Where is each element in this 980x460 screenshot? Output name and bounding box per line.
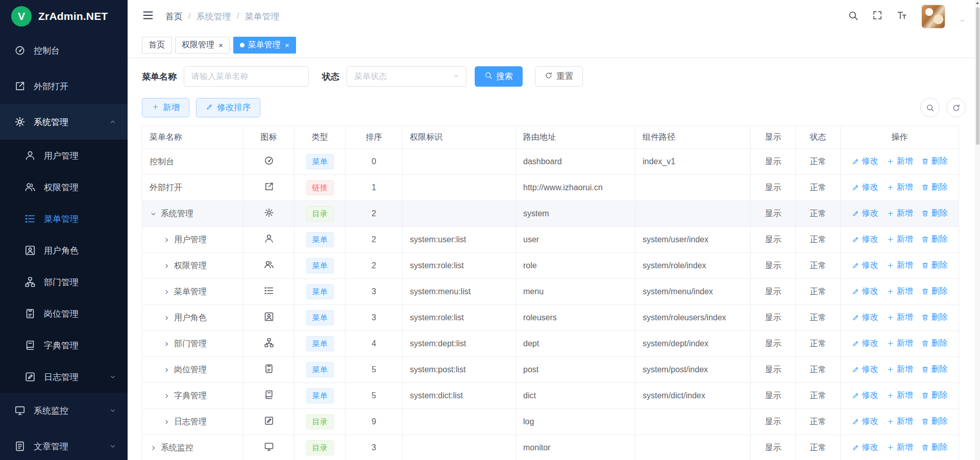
add-link[interactable]: 新增 [887, 442, 913, 453]
delete-link[interactable]: 删除 [921, 416, 948, 427]
edit-sort-button[interactable]: 修改排序 [196, 98, 260, 117]
icon-cell [243, 149, 295, 175]
delete-link[interactable]: 删除 [921, 208, 948, 219]
menu-name-cell[interactable]: 字典管理 [150, 391, 236, 401]
refresh-table-button[interactable] [946, 98, 966, 117]
sidebar-item-log[interactable]: 日志管理 [0, 361, 128, 393]
type-tag: 菜单 [306, 362, 334, 377]
add-link[interactable]: 新增 [887, 286, 913, 297]
sidebar-item-dashboard[interactable]: 控制台 [0, 33, 128, 68]
menu-name-cell[interactable]: 用户角色 [150, 313, 236, 323]
table-row: 菜单管理菜单3system:menu:listmenusystem/menu/i… [142, 279, 959, 305]
breadcrumb-item-0[interactable]: 首页 [165, 11, 183, 22]
menu-name-cell[interactable]: 部门管理 [150, 339, 236, 349]
external-link-icon [264, 182, 274, 192]
add-link[interactable]: 新增 [887, 338, 913, 349]
edit-link[interactable]: 修改 [852, 442, 878, 453]
sidebar-item-label: 字典管理 [44, 340, 79, 351]
route-cell: roleusers [516, 305, 635, 331]
menu-name-cell[interactable]: 权限管理 [150, 261, 236, 271]
sidebar-item-external[interactable]: 外部打开 [0, 68, 128, 104]
sidebar-item-label: 外部打开 [34, 81, 68, 92]
edit-link[interactable]: 修改 [852, 364, 878, 375]
scrollbar-thumb[interactable] [976, 7, 979, 145]
delete-link[interactable]: 删除 [921, 182, 948, 193]
menu-name-input[interactable] [184, 66, 309, 87]
delete-link[interactable]: 删除 [921, 364, 948, 375]
add-link[interactable]: 新增 [887, 390, 913, 401]
add-link[interactable]: 新增 [887, 156, 913, 167]
sidebar-item-article[interactable]: 文章管理 [0, 428, 128, 460]
menu-name-cell[interactable]: 系统监控 [150, 443, 236, 453]
user-menu-caret-icon[interactable] [959, 17, 966, 26]
sidebar-item-monitor[interactable]: 系统监控 [0, 393, 128, 428]
avatar[interactable] [921, 5, 945, 29]
add-link[interactable]: 新增 [887, 234, 913, 245]
logo[interactable]: V ZrAdmin.NET [0, 0, 128, 33]
sidebar-item-dept[interactable]: 部门管理 [0, 266, 128, 298]
topbar-actions [848, 5, 966, 29]
edit-link[interactable]: 修改 [852, 234, 878, 245]
scroll-up-arrow-icon[interactable] [976, 2, 979, 4]
edit-link[interactable]: 修改 [852, 338, 878, 349]
edit-link[interactable]: 修改 [852, 260, 878, 271]
add-link[interactable]: 新增 [887, 182, 913, 193]
edit-link[interactable]: 修改 [852, 208, 878, 219]
delete-link[interactable]: 删除 [921, 260, 948, 271]
user-role-icon [24, 245, 36, 256]
sidebar-item-system[interactable]: 系统管理 [0, 104, 128, 140]
tab-0[interactable]: 首页 [142, 37, 172, 54]
collapse-sidebar-button[interactable] [142, 9, 154, 23]
sidebar-item-user[interactable]: 用户管理 [0, 140, 128, 171]
toggle-search-button[interactable] [920, 98, 940, 117]
menu-table: 菜单名称图标类型排序权限标识路由地址组件路径显示状态操作 控制台菜单0dashb… [142, 125, 959, 460]
page-scrollbar[interactable] [975, 0, 980, 460]
sidebar-item-menu[interactable]: 菜单管理 [0, 203, 128, 235]
delete-link[interactable]: 删除 [921, 312, 948, 323]
delete-link[interactable]: 删除 [921, 156, 948, 167]
breadcrumb-item-2: 菜单管理 [244, 11, 279, 22]
delete-link[interactable]: 删除 [921, 234, 948, 245]
edit-link[interactable]: 修改 [852, 416, 878, 427]
menu-name-cell[interactable]: 日志管理 [150, 417, 236, 427]
edit-link[interactable]: 修改 [852, 390, 878, 401]
perm-cell: system:dict:list [403, 383, 516, 409]
add-link[interactable]: 新增 [887, 364, 913, 375]
search-button[interactable]: 搜索 [475, 66, 523, 87]
delete-link[interactable]: 删除 [921, 442, 948, 453]
menu-name-cell[interactable]: 用户管理 [150, 235, 236, 245]
edit-link[interactable]: 修改 [852, 182, 878, 193]
add-button[interactable]: 新增 [142, 98, 189, 117]
search-icon [484, 71, 493, 80]
search-icon [848, 10, 859, 21]
status-select[interactable]: 菜单状态 [347, 66, 467, 87]
tab-1[interactable]: 权限管理× [175, 37, 230, 54]
edit-icon [852, 262, 860, 269]
type-tag: 菜单 [306, 388, 334, 403]
tab-close-icon[interactable]: × [218, 41, 223, 49]
reset-button[interactable]: 重置 [535, 66, 583, 87]
sidebar-item-roleusers[interactable]: 用户角色 [0, 235, 128, 266]
chevron-right-icon [163, 340, 170, 348]
delete-link[interactable]: 删除 [921, 338, 948, 349]
menu-name-cell[interactable]: 系统管理 [150, 209, 236, 219]
edit-link[interactable]: 修改 [852, 312, 878, 323]
menu-name-cell[interactable]: 岗位管理 [150, 365, 236, 375]
add-link[interactable]: 新增 [887, 312, 913, 323]
sidebar-item-post[interactable]: 岗位管理 [0, 298, 128, 329]
edit-link[interactable]: 修改 [852, 156, 878, 167]
refresh-icon [545, 71, 553, 80]
add-link[interactable]: 新增 [887, 260, 913, 271]
delete-link[interactable]: 删除 [921, 390, 948, 401]
delete-link[interactable]: 删除 [921, 286, 948, 297]
tab-2[interactable]: 菜单管理× [233, 37, 296, 54]
tab-close-icon[interactable]: × [285, 41, 289, 49]
edit-link[interactable]: 修改 [852, 286, 878, 297]
add-link[interactable]: 新增 [887, 208, 913, 219]
sidebar-item-role[interactable]: 权限管理 [0, 171, 128, 203]
log-icon [264, 416, 274, 426]
add-link[interactable]: 新增 [887, 416, 913, 427]
menu-name-cell[interactable]: 菜单管理 [150, 287, 236, 297]
sidebar-item-dict[interactable]: 字典管理 [0, 329, 128, 361]
sort-cell: 2 [346, 201, 403, 227]
